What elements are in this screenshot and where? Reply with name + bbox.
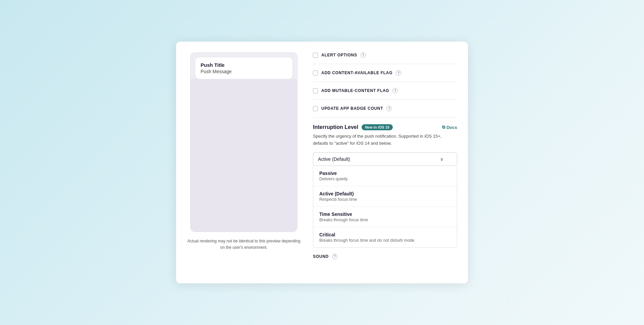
alert-options-help-icon[interactable]: ? (361, 52, 366, 58)
notification-bubble: Push Title Push Message (195, 57, 292, 79)
sound-help-icon[interactable]: ? (332, 254, 337, 259)
badge-count-label: UPDATE APP BADGE COUNT (321, 106, 383, 111)
sound-label: SOUND (313, 254, 329, 259)
main-container: Push Title Push Message Actual rendering… (176, 42, 468, 283)
dropdown-item-passive-desc: Delivers quietly (319, 177, 451, 181)
new-in-ios15-badge: New in iOS 15 (362, 124, 393, 130)
badge-count-help-icon[interactable]: ? (386, 106, 392, 111)
content-available-checkbox[interactable] (313, 71, 318, 76)
alert-options-row: ALERT OPTIONS ? (313, 52, 457, 64)
phone-body (191, 79, 297, 232)
external-link-icon: ⧉ (442, 125, 445, 130)
docs-link[interactable]: ⧉ Docs (442, 125, 457, 130)
badge-count-row: UPDATE APP BADGE COUNT ? (313, 100, 457, 118)
alert-options-checkbox[interactable] (313, 53, 318, 58)
interruption-dropdown-menu: Passive Delivers quietly Active (Default… (313, 166, 457, 248)
docs-label: Docs (446, 125, 457, 130)
dropdown-item-passive[interactable]: Passive Delivers quietly (313, 166, 457, 186)
dropdown-item-passive-title: Passive (319, 171, 451, 176)
content-available-label: ADD CONTENT-AVAILABLE FLAG (321, 71, 392, 75)
content-available-row: ADD CONTENT-AVAILABLE FLAG ? (313, 64, 457, 82)
alert-options-label: ALERT OPTIONS (321, 53, 357, 57)
dropdown-item-active-desc: Respects focus time (319, 197, 451, 202)
interruption-section: Interruption Level New in iOS 15 ⧉ Docs … (313, 118, 457, 248)
dropdown-item-critical-title: Critical (319, 232, 451, 237)
phone-preview: Push Title Push Message (190, 52, 298, 232)
dropdown-item-critical[interactable]: Critical Breaks through focus time and d… (313, 227, 457, 247)
mutable-content-row: ADD MUTABLE-CONTENT FLAG ? (313, 82, 457, 100)
chevron-down-icon: ∨ (440, 156, 443, 162)
dropdown-item-active-title: Active (Default) (319, 191, 451, 196)
preview-caption: Actual rendering may not be identical to… (187, 238, 301, 251)
badge-count-checkbox[interactable] (313, 106, 318, 111)
select-selected-value: Active (Default) (318, 156, 350, 162)
dropdown-item-critical-desc: Breaks through focus time and do not dis… (319, 238, 451, 243)
interruption-level-select[interactable]: Active (Default) ∨ (313, 152, 457, 166)
dropdown-item-time-sensitive-desc: Breaks through focus time (319, 218, 451, 222)
mutable-content-label: ADD MUTABLE-CONTENT FLAG (321, 88, 389, 93)
notification-title: Push Title (201, 62, 287, 68)
content-available-help-icon[interactable]: ? (396, 70, 401, 76)
left-panel: Push Title Push Message Actual rendering… (187, 52, 301, 273)
dropdown-item-active[interactable]: Active (Default) Respects focus time (313, 186, 457, 207)
interruption-desc: Specify the urgency of the push notifica… (313, 133, 457, 147)
dropdown-item-time-sensitive-title: Time Sensitive (319, 212, 451, 217)
mutable-content-checkbox[interactable] (313, 88, 318, 93)
mutable-content-help-icon[interactable]: ? (392, 88, 398, 93)
notification-message: Push Message (201, 69, 287, 74)
dropdown-item-time-sensitive[interactable]: Time Sensitive Breaks through focus time (313, 207, 457, 227)
right-panel: ALERT OPTIONS ? ADD CONTENT-AVAILABLE FL… (313, 52, 457, 273)
sound-row: SOUND ? (313, 248, 457, 259)
interruption-title: Interruption Level (313, 124, 358, 130)
interruption-level-select-wrapper: Active (Default) ∨ Passive Delivers quie… (313, 152, 457, 248)
interruption-header: Interruption Level New in iOS 15 ⧉ Docs (313, 124, 457, 130)
